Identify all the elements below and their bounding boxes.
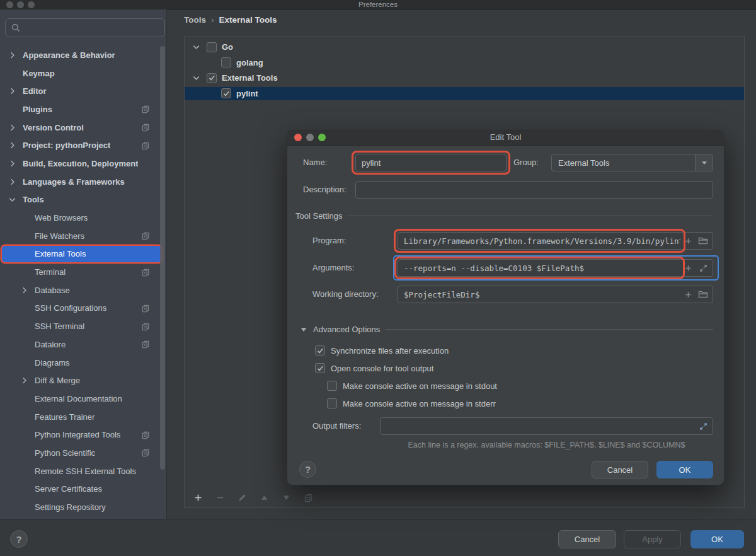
chevron-right-icon[interactable]	[8, 86, 17, 96]
sidebar-item-build-execution-deployment[interactable]: Build, Execution, Deployment	[0, 154, 166, 173]
window-titlebar: Preferences	[0, 0, 756, 10]
ok-button[interactable]: OK	[690, 530, 744, 548]
sidebar-item-python-scientific[interactable]: Python Scientific	[0, 444, 166, 462]
chevron-right-icon[interactable]	[8, 141, 17, 150]
tree-row-golang[interactable]: golang	[185, 56, 744, 69]
tree-item-label: Go	[222, 42, 233, 52]
apply-button[interactable]: Apply	[624, 530, 681, 548]
sidebar-item-diff-merge[interactable]: Diff & Merge	[0, 371, 166, 390]
insert-macro-icon[interactable]	[680, 264, 696, 273]
sidebar-item-server-certificates[interactable]: Server Certificates	[0, 480, 166, 499]
tree-item-label: External Tools	[222, 73, 278, 83]
chevron-right-icon[interactable]	[8, 123, 17, 132]
group-dropdown[interactable]: External Tools	[551, 154, 713, 171]
option-label: Synchronize files after execution	[331, 346, 449, 356]
sidebar-item-file-watchers[interactable]: File Watchers	[0, 227, 166, 245]
chevron-right-icon[interactable]	[8, 177, 17, 187]
tool-settings-heading: Tool Settings	[295, 211, 342, 221]
chevron-right-icon[interactable]	[8, 50, 17, 60]
section-divider	[385, 329, 713, 330]
move-down-icon[interactable]	[282, 493, 291, 502]
option-checkbox[interactable]	[327, 398, 337, 408]
chevron-right-icon[interactable]	[20, 376, 29, 385]
working-directory-field[interactable]: $ProjectFileDir$	[398, 286, 713, 303]
sidebar-item-version-control[interactable]: Version Control	[0, 119, 166, 137]
chevron-right-icon[interactable]	[20, 286, 29, 295]
sidebar-item-chevron	[8, 177, 23, 187]
tree-row-go[interactable]: Go	[185, 40, 744, 54]
sidebar-item-remote-ssh-external-tools[interactable]: Remote SSH External Tools	[0, 462, 166, 480]
override-settings-icon	[141, 322, 150, 331]
chevron-down-icon[interactable]	[8, 195, 17, 204]
dialog-cancel-button[interactable]: Cancel	[592, 461, 648, 478]
sidebar-item-editor[interactable]: Editor	[0, 82, 166, 100]
sidebar-item-label: Project: pythonProject	[23, 141, 110, 150]
sidebar-item-diagrams[interactable]: Diagrams	[0, 354, 166, 372]
browse-folder-icon[interactable]	[696, 236, 711, 246]
breadcrumb-tools[interactable]: Tools	[184, 15, 206, 25]
tree-checkbox[interactable]	[207, 73, 217, 83]
dialog-ok-button[interactable]: OK	[656, 461, 713, 478]
sidebar-item-database[interactable]: Database	[0, 281, 166, 299]
tree-checkbox[interactable]	[221, 57, 231, 67]
output-filters-field[interactable]	[380, 417, 713, 435]
collapse-triangle-icon[interactable]	[299, 325, 308, 334]
arguments-field[interactable]: --reports=n --disable=C0103 $FilePath$	[398, 259, 713, 277]
sidebar-item-datalore[interactable]: Datalore	[0, 335, 166, 354]
option-checkbox[interactable]	[315, 345, 325, 356]
cancel-button[interactable]: Cancel	[558, 530, 616, 548]
tree-row-pylint[interactable]: pylint	[185, 87, 744, 100]
sidebar-item-languages-frameworks[interactable]: Languages & Frameworks	[0, 173, 166, 191]
override-settings-icon	[141, 231, 150, 240]
remove-icon[interactable]	[215, 493, 225, 502]
expand-field-icon[interactable]	[696, 264, 711, 273]
sidebar-item-settings-repository[interactable]: Settings Repository	[0, 498, 166, 516]
sidebar-item-ssh-configurations[interactable]: SSH Configurations	[0, 299, 166, 318]
move-up-icon[interactable]	[260, 493, 269, 502]
tree-checkbox[interactable]	[221, 88, 231, 98]
name-field[interactable]: pylint	[355, 154, 507, 171]
sidebar-item-web-browsers[interactable]: Web Browsers	[0, 209, 166, 227]
insert-macro-icon[interactable]	[680, 236, 696, 246]
sidebar-item-external-tools[interactable]: External Tools	[0, 245, 166, 264]
browse-folder-icon[interactable]	[696, 289, 711, 299]
sidebar-item-features-trainer[interactable]: Features Trainer	[0, 408, 166, 426]
program-field[interactable]: Library/Frameworks/Python.framework/Vers…	[398, 232, 713, 250]
chevron-down-icon[interactable]	[192, 73, 201, 83]
sidebar-item-external-documentation[interactable]: External Documentation	[0, 390, 166, 408]
tree-row-external-tools[interactable]: External Tools	[185, 71, 744, 84]
name-value: pylint	[356, 158, 506, 168]
option-checkbox[interactable]	[315, 363, 325, 373]
tool-settings-section: Tool Settings	[295, 211, 713, 221]
sidebar-item-tools[interactable]: Tools	[0, 191, 166, 209]
override-settings-icon	[141, 141, 150, 150]
sidebar-item-plugins[interactable]: Plugins	[0, 100, 166, 119]
sidebar-item-label: External Tools	[35, 249, 86, 258]
insert-macro-icon[interactable]	[680, 290, 696, 299]
sidebar-item-project-pythonproject[interactable]: Project: pythonProject	[0, 136, 166, 154]
chevron-down-icon[interactable]	[192, 42, 201, 52]
expand-field-icon[interactable]	[696, 422, 711, 431]
add-icon[interactable]	[193, 493, 203, 502]
sidebar-scrollbar[interactable]	[160, 46, 165, 470]
tree-checkbox[interactable]	[207, 42, 217, 52]
override-settings-icon	[141, 105, 150, 113]
sidebar-item-keymap[interactable]: Keymap	[0, 64, 166, 83]
chevron-down-icon[interactable]	[695, 154, 713, 171]
sidebar-item-python-integrated-tools[interactable]: Python Integrated Tools	[0, 426, 166, 444]
group-value: External Tools	[552, 158, 695, 168]
dialog-help-button[interactable]: ?	[299, 461, 316, 478]
option-label: Make console active on message in stdout	[343, 381, 497, 391]
copy-icon[interactable]	[304, 493, 313, 502]
sidebar-item-appearance-behavior[interactable]: Appearance & Behavior	[0, 46, 166, 64]
sidebar-item-chevron	[8, 141, 23, 150]
description-field[interactable]	[355, 181, 713, 199]
edit-icon[interactable]	[238, 493, 247, 502]
search-input[interactable]	[5, 18, 165, 37]
sidebar-item-ssh-terminal[interactable]: SSH Terminal	[0, 317, 166, 335]
sidebar-item-terminal[interactable]: Terminal	[0, 263, 166, 281]
advanced-options-section[interactable]: Advanced Options	[299, 325, 713, 334]
chevron-right-icon[interactable]	[8, 159, 17, 168]
option-checkbox[interactable]	[327, 381, 337, 391]
help-button[interactable]: ?	[10, 530, 28, 548]
